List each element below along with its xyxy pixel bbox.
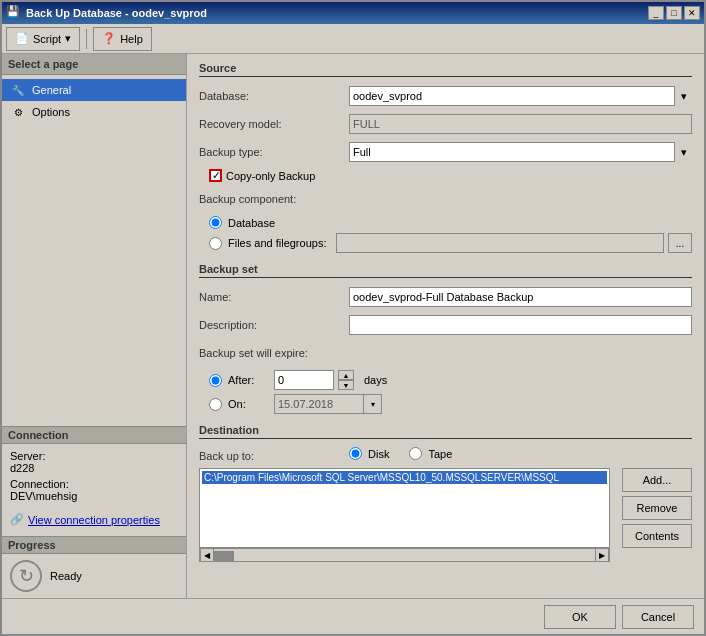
database-combo-wrapper: oodev_svprod ▾ <box>349 86 692 106</box>
backup-type-select[interactable]: Full Differential Transaction Log <box>349 142 692 162</box>
recovery-model-input <box>349 114 692 134</box>
add-button[interactable]: Add... <box>622 468 692 492</box>
after-row: After: ▲ ▼ days <box>209 370 692 390</box>
copy-only-checkbox[interactable] <box>209 169 222 182</box>
database-radio-row: Database <box>209 216 692 229</box>
body: Select a page 🔧 General ⚙ Options Connec… <box>2 54 704 598</box>
server-label-row: Server: d228 <box>10 450 178 474</box>
description-input-wrapper <box>349 315 692 335</box>
server-value: d228 <box>10 462 34 474</box>
sidebar-item-general[interactable]: 🔧 General <box>2 79 186 101</box>
nav-items: 🔧 General ⚙ Options <box>2 75 186 426</box>
connection-info: Server: d228 Connection: DEV\muehsig <box>2 444 186 511</box>
toolbar-separator <box>86 29 87 49</box>
backup-type-label: Backup type: <box>199 146 349 158</box>
scroll-thumb[interactable] <box>214 551 234 561</box>
dest-list-wrapper: C:\Program Files\Microsoft SQL Server\MS… <box>199 468 692 562</box>
remove-button[interactable]: Remove <box>622 496 692 520</box>
on-date-wrapper: ▾ <box>274 394 382 414</box>
connection-label-row: Connection: DEV\muehsig <box>10 478 178 502</box>
database-row: Database: oodev_svprod ▾ <box>199 85 692 107</box>
bottom-bar: OK Cancel <box>2 598 704 634</box>
connection-value: DEV\muehsig <box>10 490 77 502</box>
on-date-picker-button[interactable]: ▾ <box>364 394 382 414</box>
progress-spinner-icon: ↻ <box>10 560 42 592</box>
description-row: Description: <box>199 314 692 336</box>
options-icon: ⚙ <box>10 104 26 120</box>
general-icon: 🔧 <box>10 82 26 98</box>
description-input[interactable] <box>349 315 692 335</box>
back-up-to-row: Back up to: Disk Tape <box>199 447 692 464</box>
files-radio-row: Files and filegroups: ... <box>209 233 692 253</box>
days-label: days <box>364 374 387 386</box>
backup-component-label: Backup component: <box>199 193 349 205</box>
name-row: Name: <box>199 286 692 308</box>
dest-list-area: C:\Program Files\Microsoft SQL Server\MS… <box>199 468 610 562</box>
tape-radio[interactable] <box>409 447 422 460</box>
title-bar: 💾 Back Up Database - oodev_svprod _ □ ✕ <box>2 2 704 24</box>
contents-button[interactable]: Contents <box>622 524 692 548</box>
recovery-model-value-wrapper <box>349 114 692 134</box>
left-panel: Select a page 🔧 General ⚙ Options Connec… <box>2 54 187 598</box>
destination-section: Destination Back up to: Disk Tape <box>199 424 692 562</box>
view-properties-row: 🔗 View connection properties <box>2 511 186 528</box>
destination-header: Destination <box>199 424 692 439</box>
files-radio-label: Files and filegroups: <box>228 237 326 249</box>
copy-only-label: Copy-only Backup <box>226 170 315 182</box>
horizontal-scrollbar[interactable]: ◀ ▶ <box>199 548 610 562</box>
after-spinner-down[interactable]: ▼ <box>338 380 354 390</box>
on-date-input <box>274 394 364 414</box>
expires-label-row: Backup set will expire: <box>199 342 692 364</box>
dest-list-item[interactable]: C:\Program Files\Microsoft SQL Server\MS… <box>202 471 607 484</box>
tape-label: Tape <box>428 448 452 460</box>
minimize-button[interactable]: _ <box>648 6 664 20</box>
after-radio[interactable] <box>209 374 222 387</box>
view-connection-properties-link[interactable]: View connection properties <box>28 514 160 526</box>
disk-radio[interactable] <box>349 447 362 460</box>
window-title: Back Up Database - oodev_svprod <box>26 7 648 19</box>
script-dropdown-icon: ▾ <box>65 32 71 45</box>
source-section: Source Database: oodev_svprod ▾ Recovery… <box>199 62 692 253</box>
window-icon: 💾 <box>6 5 22 21</box>
files-input <box>336 233 664 253</box>
database-select[interactable]: oodev_svprod <box>349 86 692 106</box>
on-radio[interactable] <box>209 398 222 411</box>
database-radio[interactable] <box>209 216 222 229</box>
files-browse-button[interactable]: ... <box>668 233 692 253</box>
right-panel: Source Database: oodev_svprod ▾ Recovery… <box>187 54 704 598</box>
ok-button[interactable]: OK <box>544 605 616 629</box>
script-button[interactable]: 📄 Script ▾ <box>6 27 80 51</box>
tape-radio-row: Tape <box>409 447 452 460</box>
recovery-model-row: Recovery model: <box>199 113 692 135</box>
scroll-left-arrow[interactable]: ◀ <box>200 548 214 562</box>
dest-list-box[interactable]: C:\Program Files\Microsoft SQL Server\MS… <box>199 468 610 548</box>
name-input[interactable] <box>349 287 692 307</box>
script-icon: 📄 <box>15 32 29 45</box>
name-input-wrapper <box>349 287 692 307</box>
help-button[interactable]: ❓ Help <box>93 27 152 51</box>
on-label: On: <box>228 398 268 410</box>
sidebar-item-options[interactable]: ⚙ Options <box>2 101 186 123</box>
after-input[interactable] <box>274 370 334 390</box>
copy-only-row: Copy-only Backup <box>209 169 692 182</box>
progress-status: Ready <box>50 570 82 582</box>
link-icon: 🔗 <box>10 513 24 526</box>
after-spinner-up[interactable]: ▲ <box>338 370 354 380</box>
back-up-to-label: Back up to: <box>199 450 349 462</box>
maximize-button[interactable]: □ <box>666 6 682 20</box>
recovery-model-label: Recovery model: <box>199 118 349 130</box>
progress-header: Progress <box>2 536 186 554</box>
disk-radio-row: Disk <box>349 447 389 460</box>
after-label: After: <box>228 374 268 386</box>
cancel-button[interactable]: Cancel <box>622 605 694 629</box>
scroll-right-arrow[interactable]: ▶ <box>595 548 609 562</box>
backup-set-section: Backup set Name: Description: <box>199 263 692 414</box>
help-icon: ❓ <box>102 32 116 45</box>
dest-side-buttons: Add... Remove Contents <box>622 468 692 562</box>
toolbar: 📄 Script ▾ ❓ Help <box>2 24 704 54</box>
description-label: Description: <box>199 319 349 331</box>
dest-radio-group: Disk Tape <box>349 447 692 464</box>
close-button[interactable]: ✕ <box>684 6 700 20</box>
files-radio[interactable] <box>209 237 222 250</box>
database-radio-label: Database <box>228 217 275 229</box>
